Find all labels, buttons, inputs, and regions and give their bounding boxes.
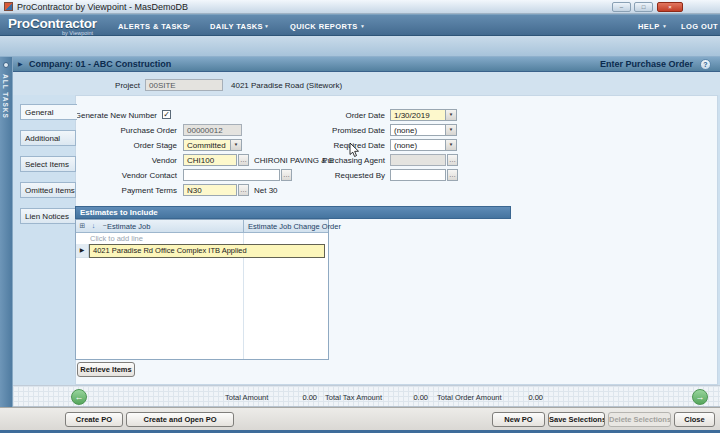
- project-field[interactable]: 00SITE: [145, 79, 223, 91]
- vendor-label: Vendor: [60, 156, 177, 165]
- save-selections-button[interactable]: Save Selections: [548, 412, 605, 427]
- table-row[interactable]: ▶ 4021 Paradise Rd Office Complex ITB Ap…: [76, 244, 328, 258]
- requested-by-field[interactable]: [390, 169, 446, 181]
- company-label: Company: 01 - ABC Construction: [29, 59, 171, 69]
- nav-previous-icon[interactable]: ←: [71, 389, 87, 405]
- chevron-down-icon[interactable]: ▼: [264, 23, 269, 29]
- screen-title: Enter Purchase Order: [600, 59, 693, 69]
- estimates-grid-header: ⊞ ↓ − Estimate Job Estimate Job Change O…: [76, 220, 328, 233]
- required-date-select[interactable]: (none) ▼: [390, 139, 457, 151]
- total-amount-label: Total Amount: [225, 393, 268, 402]
- required-date-label: Required Date: [285, 141, 385, 150]
- row-marker-icon[interactable]: ▶: [76, 244, 89, 258]
- vendor-lookup-icon[interactable]: …: [238, 154, 249, 166]
- mouse-cursor: [349, 142, 360, 162]
- expander-icon[interactable]: ▶: [18, 60, 23, 67]
- order-date-value: 1/30/2019: [394, 111, 430, 120]
- required-date-value: (none): [394, 141, 417, 150]
- purchasing-agent-lookup-icon[interactable]: …: [447, 154, 458, 166]
- chevron-down-icon[interactable]: ▼: [445, 110, 456, 120]
- chevron-down-icon[interactable]: ▼: [445, 140, 456, 150]
- chevron-down-icon[interactable]: ▼: [186, 23, 191, 29]
- retrieve-items-button[interactable]: Retrieve Items: [77, 362, 135, 377]
- help-icon[interactable]: ?: [700, 59, 711, 70]
- insert-row-icon[interactable]: ⊞: [78, 221, 87, 231]
- menubar: ProContractor by Viewpoint ALERTS & TASK…: [0, 14, 720, 36]
- order-stage-label: Order Stage: [60, 141, 177, 150]
- procontractor-window: ProContractor by Viewpoint - MasDemoDB –…: [0, 0, 720, 433]
- vendor-contact-field[interactable]: [183, 169, 280, 181]
- window-title: ProContractor by Viewpoint - MasDemoDB: [17, 2, 188, 12]
- purchasing-agent-field[interactable]: [390, 154, 446, 166]
- window-titlebar: ProContractor by Viewpoint - MasDemoDB –…: [0, 0, 720, 14]
- order-date-select[interactable]: 1/30/2019 ▼: [390, 109, 457, 121]
- menu-quick-reports[interactable]: QUICK REPORTS: [290, 22, 358, 31]
- maximize-icon[interactable]: □: [634, 2, 653, 12]
- all-tasks-strip[interactable]: ALL TASKS: [0, 57, 13, 407]
- create-po-button[interactable]: Create PO: [65, 412, 123, 427]
- purchase-order-field[interactable]: 00000012: [183, 124, 242, 136]
- chevron-down-icon[interactable]: ▼: [662, 23, 667, 29]
- menu-alerts-tasks[interactable]: ALERTS & TASKS: [118, 22, 188, 31]
- payment-terms-field[interactable]: N30: [183, 184, 237, 196]
- tab-lien-notices[interactable]: Lien Notices: [20, 208, 76, 224]
- order-date-label: Order Date: [285, 111, 385, 120]
- menu-help[interactable]: HELP: [638, 22, 660, 31]
- total-order-amount-value: 0.00: [481, 393, 543, 402]
- project-name: 4021 Paradise Road (Sitework): [231, 81, 342, 90]
- column-divider: [243, 220, 244, 233]
- close-button[interactable]: Close: [674, 412, 715, 427]
- column-header-estimate-job[interactable]: Estimate Job: [107, 222, 150, 231]
- tab-strip: ⌂ Create PO from Estimate × Enter Purcha…: [0, 36, 720, 57]
- close-window-icon[interactable]: ×: [657, 2, 683, 12]
- chevron-down-icon[interactable]: ▼: [360, 23, 365, 29]
- chevron-down-icon[interactable]: ▼: [230, 140, 241, 150]
- tab-general[interactable]: General: [20, 104, 77, 120]
- promised-date-label: Promised Date: [285, 126, 385, 135]
- purchasing-agent-label: Purchasing Agent: [285, 156, 385, 165]
- company-bar: ▶ Company: 01 - ABC Construction Enter P…: [0, 57, 720, 72]
- estimates-grid: ⊞ ↓ − Estimate Job Estimate Job Change O…: [75, 219, 329, 360]
- menu-daily-tasks[interactable]: DAILY TASKS: [210, 22, 263, 31]
- promised-date-select[interactable]: (none) ▼: [390, 124, 457, 136]
- chevron-down-icon[interactable]: ▼: [445, 125, 456, 135]
- purchase-order-label: Purchase Order: [60, 126, 177, 135]
- total-amount-value: 0.00: [265, 393, 317, 402]
- nav-next-icon[interactable]: →: [692, 389, 708, 405]
- vendor-field[interactable]: CHI100: [183, 154, 237, 166]
- move-down-icon[interactable]: ↓: [89, 221, 98, 231]
- payment-terms-label: Payment Terms: [60, 186, 177, 195]
- app-icon: [4, 2, 13, 11]
- delete-selections-button: Delete Selections: [608, 412, 671, 427]
- pin-icon[interactable]: [3, 62, 9, 68]
- menu-log-out[interactable]: LOG OUT: [681, 22, 718, 31]
- create-and-open-po-button[interactable]: Create and Open PO: [126, 412, 234, 427]
- estimate-job-cell[interactable]: 4021 Paradise Rd Office Complex ITB Appl…: [89, 244, 325, 258]
- payment-terms-lookup-icon[interactable]: …: [238, 184, 249, 196]
- total-tax-amount-value: 0.00: [365, 393, 428, 402]
- order-stage-value: Committed: [187, 141, 226, 150]
- promised-date-value: (none): [394, 126, 417, 135]
- generate-new-number-checkbox[interactable]: ✓: [162, 110, 171, 119]
- requested-by-lookup-icon[interactable]: …: [447, 169, 458, 181]
- brand-logo: ProContractor: [8, 16, 97, 31]
- minimize-icon[interactable]: –: [612, 2, 631, 12]
- project-label: Project: [80, 81, 140, 90]
- add-line-row[interactable]: Click to add line: [76, 233, 328, 244]
- footer-bar: Create PO Create and Open PO New PO Save…: [0, 407, 720, 430]
- order-stage-select[interactable]: Committed ▼: [183, 139, 242, 151]
- new-po-button[interactable]: New PO: [492, 412, 545, 427]
- column-header-estimate-job-change-order[interactable]: Estimate Job Change Order: [248, 222, 341, 231]
- all-tasks-label: ALL TASKS: [2, 74, 9, 119]
- vendor-contact-label: Vendor Contact: [60, 171, 177, 180]
- estimates-grid-title: Estimates to Include: [75, 206, 511, 219]
- payment-terms-name: Net 30: [254, 186, 278, 195]
- requested-by-label: Requested By: [285, 171, 385, 180]
- totals-bar: ← Total Amount 0.00 Total Tax Amount 0.0…: [13, 385, 720, 407]
